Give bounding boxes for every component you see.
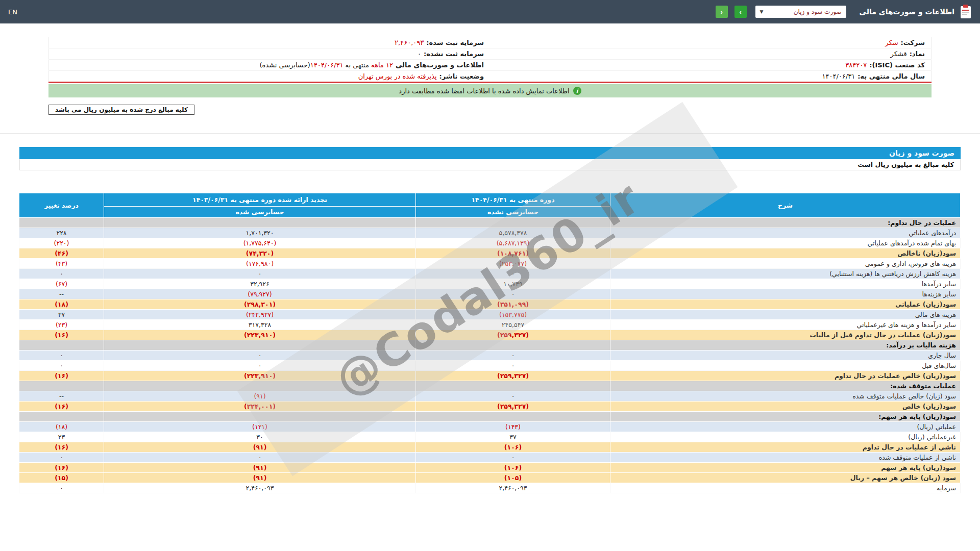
col-header-change-percent: درصد تغییر — [19, 193, 104, 218]
row-value-change: (۱۶) — [19, 371, 104, 381]
info-field-value: ۰ — [418, 50, 421, 58]
statement-section-row: عملیات متوقف شده: — [19, 381, 961, 391]
statement-type-dropdown[interactable]: صورت سود و زیان ▼ — [755, 6, 846, 18]
row-description: عملیات در حال تداوم: — [610, 218, 961, 228]
company-link[interactable]: شکر — [885, 39, 898, 46]
row-value-current: ۰ — [416, 453, 610, 463]
row-value-current: ۲۴۵,۵۴۷ — [416, 320, 610, 330]
company-info-cell: اطلاعات و صورت‌های مالی۱۲ ماهه منتهی به … — [49, 60, 491, 71]
row-value-restated: (۱۲۱) — [104, 422, 416, 432]
row-value-restated: ۰ — [104, 350, 416, 361]
row-value-current: ۰ — [416, 350, 610, 361]
row-value-restated — [104, 218, 416, 228]
row-description: هزینه مالیات بر درآمد: — [610, 340, 961, 350]
row-value-current: (۱۴۳) — [416, 422, 610, 432]
row-description: سود(زیان) پایه هر سهم — [610, 463, 961, 473]
row-value-current: (۲۵۹,۳۲۷) — [416, 402, 610, 412]
arrow-right-icon: › — [739, 8, 741, 16]
info-field-value: (حسابرسی نشده) — [260, 61, 310, 69]
info-field-label: سرمایه ثبت نشده: — [424, 50, 484, 58]
info-field-value: ۱۴۰۴/۰۶/۳۱ — [822, 72, 855, 80]
row-value-restated: (۹۱) — [104, 391, 416, 402]
row-description: غیرعملیاتي (ریال) — [610, 432, 961, 442]
signature-match-banner: i اطلاعات نمایش داده شده با اطلاعات امضا… — [48, 84, 932, 97]
company-info-section: شرکت:شکرسرمایه ثبت شده:۲,۴۶۰,۰۹۳نماد:قشک… — [48, 37, 932, 97]
row-value-restated: ۰ — [104, 361, 416, 371]
company-info-cell: سال مالی منتهی به:۱۴۰۴/۰۶/۳۱ — [490, 71, 932, 83]
row-description: سایر درآمدها و هزینه های غیرعملیاتي — [610, 320, 961, 330]
row-value-change: (۱۶) — [19, 402, 104, 412]
info-field-value: ۳۸۴۲۰۷ — [845, 61, 867, 69]
info-field-label: سرمایه ثبت شده: — [426, 39, 484, 46]
row-description: سود (زیان) خالص هر سهم – ریال — [610, 473, 961, 483]
row-description: سود(زیان) پایه هر سهم: — [610, 412, 961, 422]
statement-section-row: عملیات در حال تداوم: — [19, 218, 961, 228]
row-value-current: (۳۵۱,۰۹۹) — [416, 299, 610, 310]
row-value-change: (۱۶) — [19, 442, 104, 453]
row-description: هزینه های مالی — [610, 310, 961, 320]
row-value-change — [19, 340, 104, 350]
statement-type-selected-value: صورت سود و زیان — [794, 8, 842, 15]
row-description: سود(زیان) ناخالص — [610, 248, 961, 259]
row-value-restated: (۹۱) — [104, 473, 416, 483]
row-description: سود(زیان) خالص — [610, 402, 961, 412]
row-value-current — [416, 218, 610, 228]
row-value-current: ۱۰,۷۳۹ — [416, 279, 610, 289]
row-value-restated — [104, 340, 416, 350]
info-field-value: قشکر — [890, 50, 906, 58]
company-info-row: سال مالی منتهی به:۱۴۰۴/۰۶/۳۱وضعیت ناشر:پ… — [49, 71, 932, 83]
arrow-right-button[interactable]: › — [734, 6, 747, 18]
row-value-current: ۰ — [416, 269, 610, 279]
row-value-restated: ۰ — [104, 453, 416, 463]
row-value-current: ۵,۵۷۸,۳۷۸ — [416, 228, 610, 238]
row-value-current: ۲,۴۶۰,۰۹۳ — [416, 483, 610, 493]
row-value-change: (۴۳) — [19, 259, 104, 269]
row-value-change: ۰ — [19, 483, 104, 493]
row-value-restated: (۷۴,۳۲۰) — [104, 248, 416, 259]
row-value-restated: ۳۰ — [104, 432, 416, 442]
info-field-label: نماد: — [910, 50, 925, 58]
row-description: ناشي از عملیات در حال تداوم — [610, 442, 961, 453]
statement-table: شرح دوره منتهی به ۱۴۰۴/۰۶/۳۱ تجدید ارائه… — [19, 193, 961, 493]
row-description: سال‌های قبل — [610, 361, 961, 371]
statement-section-row: سود(زیان) پایه هر سهم: — [19, 412, 961, 422]
page-title: اطلاعات و صورت‌های مالی — [860, 8, 954, 16]
row-description: سایر هزینه‌ها — [610, 289, 961, 299]
row-value-change: (۴۶) — [19, 248, 104, 259]
row-value-restated: (۷۹,۹۲۷) — [104, 289, 416, 299]
chevron-down-icon: ▼ — [760, 9, 764, 14]
row-value-change — [19, 412, 104, 422]
english-language-link[interactable]: EN — [8, 8, 17, 16]
statement-row: ناشي از عملیات متوقف شده۰۰۰ — [19, 453, 961, 463]
row-value-change: ۰ — [19, 350, 104, 361]
col-subheader-unaudited: حسابرسی نشده — [416, 207, 610, 218]
row-description: عملیات متوقف شده: — [610, 381, 961, 391]
statement-section: صورت سود و زیان کلیه مبالغ به میلیون ریا… — [19, 147, 961, 493]
arrow-left-button[interactable]: ‹ — [716, 6, 728, 18]
info-field-label: شرکت: — [901, 39, 925, 46]
row-value-current: (۵,۶۸۷,۱۳۹) — [416, 238, 610, 248]
col-subheader-audited: حسابرسی شده — [104, 207, 416, 218]
company-info-row: نماد:قشکرسرمایه ثبت نشده:۰ — [49, 48, 932, 60]
statement-row: سایر درآمدها و هزینه های غیرعملیاتي۲۴۵,۵… — [19, 320, 961, 330]
row-value-change: (۶۷) — [19, 279, 104, 289]
row-value-change: -- — [19, 289, 104, 299]
row-value-change: ۰ — [19, 361, 104, 371]
statement-row: درآمدهای عملیاتي۵,۵۷۸,۳۷۸۱,۷۰۱,۳۲۰۲۲۸ — [19, 228, 961, 238]
statement-row: سرمایه۲,۴۶۰,۰۹۳۲,۴۶۰,۰۹۳۰ — [19, 483, 961, 493]
row-description: سود(زیان) خالص عملیات در حال تداوم — [610, 371, 961, 381]
row-value-current: (۱۰۶) — [416, 442, 610, 453]
company-info-table: شرکت:شکرسرمایه ثبت شده:۲,۴۶۰,۰۹۳نماد:قشک… — [48, 37, 932, 83]
row-value-change: (۱۶) — [19, 463, 104, 473]
statement-row: سود(زیان) ناخالص(۱۰۸,۷۶۱)(۷۴,۳۲۰)(۴۶) — [19, 248, 961, 259]
row-value-current: ۳۷ — [416, 432, 610, 442]
statement-row: ناشي از عملیات در حال تداوم(۱۰۶)(۹۱)(۱۶) — [19, 442, 961, 453]
row-description: بهای تمام شده درآمدهای عملیاتي — [610, 238, 961, 248]
row-value-change: ۳۷ — [19, 310, 104, 320]
codal-logo-icon[interactable] — [960, 5, 972, 19]
info-field-value: ۱۲ ماهه — [369, 61, 393, 69]
info-field-label: اطلاعات و صورت‌های مالی — [396, 61, 484, 69]
col-header-description: شرح — [610, 193, 961, 218]
info-icon: i — [573, 87, 581, 95]
row-value-restated: (۹۱) — [104, 463, 416, 473]
